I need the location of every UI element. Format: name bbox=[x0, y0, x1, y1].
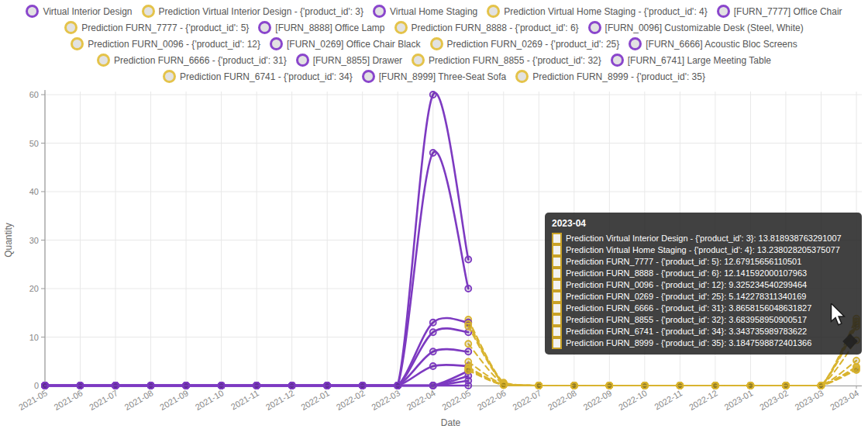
svg-text:2022-02: 2022-02 bbox=[335, 388, 367, 412]
svg-text:30: 30 bbox=[29, 236, 39, 245]
tooltip-row: Prediction FURN_0096 - {'product_id': 12… bbox=[552, 279, 855, 291]
legend-item[interactable]: Prediction Virtual Home Staging - {'prod… bbox=[487, 5, 708, 18]
legend-item-label: Prediction Virtual Home Staging - {'prod… bbox=[504, 5, 708, 18]
legend-item[interactable]: Prediction FURN_8855 - {'product_id': 32… bbox=[412, 54, 601, 67]
tooltip-row-text: Prediction FURN_8855 - {'product_id': 32… bbox=[566, 314, 807, 325]
legend-item-label: Virtual Interior Design bbox=[43, 5, 132, 18]
svg-text:60: 60 bbox=[29, 90, 39, 99]
tooltip-title: 2023-04 bbox=[552, 218, 855, 229]
legend-item[interactable]: Prediction FURN_7777 - {'product_id': 5} bbox=[64, 21, 249, 34]
legend-item[interactable]: [FURN_6741] Large Meeting Table bbox=[611, 54, 771, 67]
svg-text:2022-07: 2022-07 bbox=[511, 388, 542, 412]
legend-circle-icon bbox=[412, 54, 425, 67]
tooltip-row-text: Prediction FURN_0096 - {'product_id': 12… bbox=[566, 279, 807, 290]
legend-circle-icon bbox=[394, 21, 408, 34]
svg-text:2023-04: 2023-04 bbox=[828, 388, 860, 412]
legend-item-label: Prediction FURN_8855 - {'product_id': 32… bbox=[429, 54, 601, 67]
legend-item-label: Prediction FURN_7777 - {'product_id': 5} bbox=[81, 22, 249, 34]
legend-item-label: Virtual Home Staging bbox=[390, 5, 477, 18]
chart-tooltip: 2023-04 Prediction Virtual Interior Desi… bbox=[545, 213, 862, 355]
svg-text:Quantity: Quantity bbox=[3, 223, 14, 258]
svg-text:2021-09: 2021-09 bbox=[158, 388, 190, 412]
svg-text:2021-07: 2021-07 bbox=[88, 388, 119, 412]
legend-item[interactable]: [FURN_8888] Office Lamp bbox=[258, 21, 384, 34]
legend-item[interactable]: [FURN_0096] Customizable Desk (Steel, Wh… bbox=[588, 21, 804, 34]
legend-circle-icon bbox=[71, 37, 84, 50]
tooltip-rows: Prediction Virtual Interior Design - {'p… bbox=[552, 233, 855, 349]
svg-text:10: 10 bbox=[29, 333, 39, 342]
legend-item[interactable]: Virtual Interior Design bbox=[26, 5, 132, 18]
tooltip-row-text: Prediction Virtual Home Staging - {'prod… bbox=[566, 244, 840, 255]
legend-circle-icon bbox=[163, 70, 176, 83]
legend-item-label: Prediction FURN_6741 - {'product_id': 34… bbox=[180, 71, 353, 83]
tooltip-swatch-icon bbox=[552, 326, 562, 337]
legend-item[interactable]: [FURN_8999] Three-Seat Sofa bbox=[362, 70, 507, 83]
svg-text:2022-05: 2022-05 bbox=[440, 388, 472, 412]
svg-text:2023-03: 2023-03 bbox=[794, 388, 825, 412]
svg-text:2022-09: 2022-09 bbox=[581, 388, 613, 412]
tooltip-row: Prediction FURN_7777 - {'product_id': 5}… bbox=[552, 256, 855, 268]
tooltip-row: Prediction FURN_6666 - {'product_id': 31… bbox=[552, 303, 855, 314]
legend-circle-icon bbox=[296, 54, 309, 67]
legend-item[interactable]: Prediction FURN_8999 - {'product_id': 35… bbox=[515, 70, 705, 83]
legend-item-label: [FURN_0269] Office Chair Black bbox=[287, 38, 421, 50]
svg-text:2022-10: 2022-10 bbox=[617, 388, 649, 412]
tooltip-swatch-icon bbox=[552, 337, 562, 349]
legend-item-label: Prediction FURN_0096 - {'product_id': 12… bbox=[88, 38, 260, 50]
svg-text:2022-01: 2022-01 bbox=[299, 388, 331, 412]
tooltip-swatch-icon bbox=[552, 314, 562, 326]
svg-text:40: 40 bbox=[29, 187, 39, 196]
svg-text:20: 20 bbox=[29, 284, 39, 293]
legend-item-label: Prediction FURN_8999 - {'product_id': 35… bbox=[532, 71, 705, 83]
legend-item[interactable]: [FURN_6666] Acoustic Bloc Screens bbox=[629, 37, 797, 50]
legend-circle-icon bbox=[629, 37, 642, 50]
legend-item[interactable]: Prediction FURN_0269 - {'product_id': 25… bbox=[430, 37, 620, 50]
legend-item[interactable]: Prediction FURN_6666 - {'product_id': 31… bbox=[97, 54, 287, 67]
svg-text:0: 0 bbox=[34, 381, 39, 390]
legend-item-label: [FURN_6741] Large Meeting Table bbox=[628, 54, 771, 67]
svg-text:2021-06: 2021-06 bbox=[53, 388, 84, 412]
tooltip-swatch-icon bbox=[552, 291, 562, 303]
legend-item[interactable]: Prediction FURN_0096 - {'product_id': 12… bbox=[71, 37, 260, 50]
tooltip-row-text: Prediction FURN_6741 - {'product_id': 34… bbox=[566, 326, 807, 337]
legend-circle-icon bbox=[64, 21, 78, 34]
legend-circle-icon bbox=[270, 37, 283, 50]
legend-item[interactable]: Prediction Virtual Interior Design - {'p… bbox=[142, 5, 364, 18]
tooltip-row: Prediction FURN_6741 - {'product_id': 34… bbox=[552, 326, 855, 337]
svg-text:2021-11: 2021-11 bbox=[229, 388, 260, 411]
legend-item-label: [FURN_0096] Customizable Desk (Steel, Wh… bbox=[605, 22, 804, 34]
svg-text:2022-06: 2022-06 bbox=[476, 388, 508, 412]
legend-circle-icon bbox=[515, 70, 529, 83]
tooltip-row-text: Prediction FURN_7777 - {'product_id': 5}… bbox=[566, 256, 801, 267]
tooltip-row: Prediction FURN_8999 - {'product_id': 35… bbox=[552, 337, 855, 349]
chart-legend: Virtual Interior DesignPrediction Virtua… bbox=[0, 5, 868, 83]
legend-item-label: Prediction FURN_0269 - {'product_id': 25… bbox=[447, 38, 620, 50]
svg-text:2022-11: 2022-11 bbox=[653, 388, 684, 411]
legend-item[interactable]: [FURN_7777] Office Chair bbox=[717, 5, 842, 18]
svg-text:2022-04: 2022-04 bbox=[405, 388, 437, 412]
tooltip-swatch-icon bbox=[552, 244, 562, 256]
svg-text:2022-12: 2022-12 bbox=[687, 388, 719, 412]
svg-text:2023-01: 2023-01 bbox=[722, 388, 754, 412]
legend-circle-icon bbox=[717, 5, 730, 18]
legend-circle-icon bbox=[142, 5, 155, 18]
legend-item[interactable]: Prediction FURN_6741 - {'product_id': 34… bbox=[163, 70, 353, 83]
tooltip-row-text: Prediction FURN_6666 - {'product_id': 31… bbox=[566, 303, 811, 313]
legend-circle-icon bbox=[362, 70, 375, 83]
tooltip-row: Prediction Virtual Home Staging - {'prod… bbox=[552, 244, 855, 256]
legend-item-label: [FURN_6666] Acoustic Bloc Screens bbox=[646, 38, 797, 50]
legend-circle-icon bbox=[26, 5, 39, 18]
tooltip-row: Prediction FURN_8855 - {'product_id': 32… bbox=[552, 314, 855, 326]
legend-item-label: [FURN_8855] Drawer bbox=[313, 54, 402, 67]
legend-item-label: Prediction FURN_8888 - {'product_id': 6} bbox=[412, 22, 579, 34]
legend-item[interactable]: [FURN_0269] Office Chair Black bbox=[270, 37, 421, 50]
svg-text:2021-12: 2021-12 bbox=[264, 388, 296, 412]
legend-item[interactable]: Virtual Home Staging bbox=[373, 5, 477, 18]
legend-item-label: [FURN_7777] Office Chair bbox=[734, 5, 842, 18]
legend-circle-icon bbox=[258, 21, 271, 34]
svg-text:2021-05: 2021-05 bbox=[17, 388, 49, 412]
tooltip-swatch-icon bbox=[552, 256, 562, 268]
legend-item[interactable]: [FURN_8855] Drawer bbox=[296, 54, 402, 67]
legend-item[interactable]: Prediction FURN_8888 - {'product_id': 6} bbox=[394, 21, 579, 34]
legend-circle-icon bbox=[588, 21, 601, 34]
